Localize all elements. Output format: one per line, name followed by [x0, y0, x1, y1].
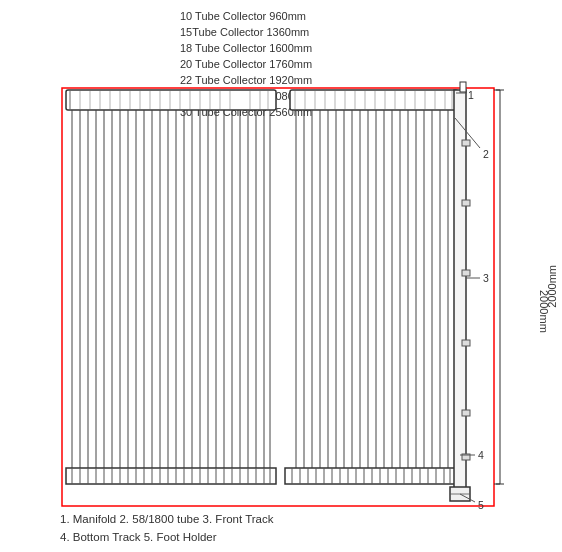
svg-rect-22 — [290, 90, 458, 110]
label-num2: 2 — [483, 148, 489, 160]
svg-rect-86 — [66, 468, 276, 484]
svg-rect-141 — [462, 454, 470, 460]
tube-spec-list: 10 Tube Collector 960mm 15Tube Collector… — [180, 8, 312, 120]
svg-rect-135 — [454, 90, 466, 488]
label-num3: 3 — [483, 272, 489, 284]
svg-line-153 — [460, 494, 475, 502]
svg-line-149 — [455, 118, 480, 148]
svg-rect-136 — [462, 140, 470, 146]
tube-spec-item: 18 Tube Collector 1600mm — [180, 40, 312, 56]
svg-rect-140 — [462, 410, 470, 416]
tube-spec-item: 15Tube Collector 1360mm — [180, 24, 312, 40]
tube-spec-item: 10 Tube Collector 960mm — [180, 8, 312, 24]
svg-rect-142 — [450, 487, 470, 501]
tube-spec-item: 30 Tube Collector 2560mm — [180, 104, 312, 120]
svg-rect-139 — [462, 340, 470, 346]
svg-rect-0 — [62, 88, 494, 506]
label-num1: 1 — [468, 89, 474, 101]
tube-spec-item: 20 Tube Collector 1760mm — [180, 56, 312, 72]
caption-area: 1. Manifold 2. 58/1800 tube 3. Front Tra… — [60, 510, 274, 546]
caption-line2: 4. Bottom Track 5. Foot Holder — [60, 528, 274, 546]
tube-spec-item: 22 Tube Collector 1920mm — [180, 72, 312, 88]
svg-rect-137 — [462, 200, 470, 206]
diagram-container: 10 Tube Collector 960mm 15Tube Collector… — [0, 0, 562, 552]
label-num5: 5 — [478, 499, 484, 511]
svg-rect-154 — [460, 82, 466, 92]
svg-rect-138 — [462, 270, 470, 276]
label-num4: 4 — [478, 449, 484, 461]
dimension-label: 2000mm — [546, 265, 558, 308]
tube-spec-item: 24 Tube Collector 2080mm — [180, 88, 312, 104]
caption-line1: 1. Manifold 2. 58/1800 tube 3. Front Tra… — [60, 510, 274, 528]
svg-rect-113 — [285, 468, 457, 484]
